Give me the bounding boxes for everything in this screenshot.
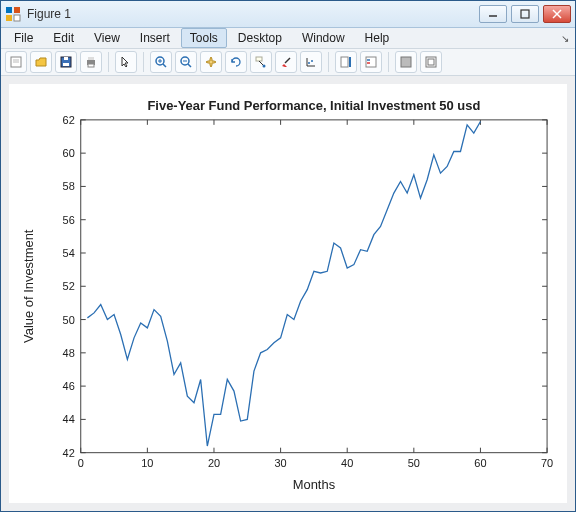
- menubar: File Edit View Insert Tools Desktop Wind…: [1, 28, 575, 49]
- svg-text:46: 46: [63, 381, 75, 393]
- svg-rect-1: [14, 7, 20, 13]
- menu-insert[interactable]: Insert: [131, 28, 179, 48]
- svg-text:48: 48: [63, 347, 75, 359]
- menu-desktop[interactable]: Desktop: [229, 28, 291, 48]
- svg-text:70: 70: [541, 457, 553, 469]
- menu-file[interactable]: File: [5, 28, 42, 48]
- window-title: Figure 1: [27, 7, 479, 21]
- svg-line-25: [259, 61, 263, 65]
- svg-text:0: 0: [78, 457, 84, 469]
- axes-canvas[interactable]: 0102030405060704244464850525456586062Fiv…: [9, 84, 567, 503]
- zoom-out-icon[interactable]: [175, 51, 197, 73]
- new-figure-icon[interactable]: [5, 51, 27, 73]
- svg-rect-0: [6, 7, 12, 13]
- legend-icon[interactable]: [360, 51, 382, 73]
- toolbar: [1, 49, 575, 76]
- svg-text:58: 58: [63, 181, 75, 193]
- svg-text:54: 54: [63, 247, 75, 259]
- zoom-in-icon[interactable]: [150, 51, 172, 73]
- svg-rect-32: [366, 57, 376, 67]
- maximize-button[interactable]: [511, 5, 539, 23]
- link-icon[interactable]: [300, 51, 322, 73]
- svg-text:Five-Year Fund Performance, In: Five-Year Fund Performance, Initial Inve…: [147, 98, 480, 113]
- plot-area: 0102030405060704244464850525456586062Fiv…: [1, 76, 575, 511]
- pointer-icon[interactable]: [115, 51, 137, 73]
- separator: [388, 52, 389, 72]
- svg-rect-31: [349, 57, 351, 67]
- svg-rect-37: [428, 59, 434, 65]
- svg-text:40: 40: [341, 457, 353, 469]
- open-icon[interactable]: [30, 51, 52, 73]
- svg-text:50: 50: [63, 314, 75, 326]
- data-cursor-icon[interactable]: [250, 51, 272, 73]
- separator: [328, 52, 329, 72]
- menu-view[interactable]: View: [85, 28, 129, 48]
- svg-text:20: 20: [208, 457, 220, 469]
- svg-rect-24: [256, 57, 262, 61]
- svg-point-28: [308, 62, 310, 64]
- print-icon[interactable]: [80, 51, 102, 73]
- hide-plot-icon[interactable]: [395, 51, 417, 73]
- svg-text:60: 60: [474, 457, 486, 469]
- separator: [108, 52, 109, 72]
- colorbar-icon[interactable]: [335, 51, 357, 73]
- svg-text:62: 62: [63, 114, 75, 126]
- svg-rect-16: [88, 64, 94, 67]
- menu-edit[interactable]: Edit: [44, 28, 83, 48]
- svg-rect-13: [64, 57, 68, 60]
- app-icon: [5, 6, 21, 22]
- figure-window: Figure 1 File Edit View Insert Tools Des…: [0, 0, 576, 512]
- pan-icon[interactable]: [200, 51, 222, 73]
- menu-window[interactable]: Window: [293, 28, 354, 48]
- dock-arrow-icon[interactable]: ↘: [561, 33, 569, 44]
- svg-text:52: 52: [63, 281, 75, 293]
- show-plot-icon[interactable]: [420, 51, 442, 73]
- save-icon[interactable]: [55, 51, 77, 73]
- svg-text:60: 60: [63, 148, 75, 160]
- svg-rect-30: [341, 57, 348, 67]
- svg-text:56: 56: [63, 214, 75, 226]
- separator: [143, 52, 144, 72]
- svg-rect-5: [521, 10, 529, 18]
- svg-rect-2: [6, 15, 12, 21]
- rotate-icon[interactable]: [225, 51, 247, 73]
- svg-line-27: [285, 58, 290, 63]
- menu-help[interactable]: Help: [356, 28, 399, 48]
- svg-rect-12: [63, 63, 69, 66]
- svg-text:Months: Months: [293, 477, 335, 492]
- svg-text:10: 10: [141, 457, 153, 469]
- svg-text:30: 30: [275, 457, 287, 469]
- svg-text:Value of Investment: Value of Investment: [21, 230, 36, 344]
- svg-text:44: 44: [63, 414, 75, 426]
- svg-rect-3: [14, 15, 20, 21]
- svg-rect-38: [81, 120, 547, 453]
- svg-text:42: 42: [63, 447, 75, 459]
- svg-text:50: 50: [408, 457, 420, 469]
- window-controls: [479, 5, 571, 23]
- svg-rect-15: [88, 57, 94, 60]
- svg-rect-35: [401, 57, 411, 67]
- svg-line-18: [163, 64, 166, 67]
- brush-icon[interactable]: [275, 51, 297, 73]
- svg-point-26: [263, 65, 266, 68]
- close-button[interactable]: [543, 5, 571, 23]
- titlebar: Figure 1: [1, 1, 575, 28]
- svg-line-22: [188, 64, 191, 67]
- minimize-button[interactable]: [479, 5, 507, 23]
- svg-point-29: [311, 60, 313, 62]
- menu-tools[interactable]: Tools: [181, 28, 227, 48]
